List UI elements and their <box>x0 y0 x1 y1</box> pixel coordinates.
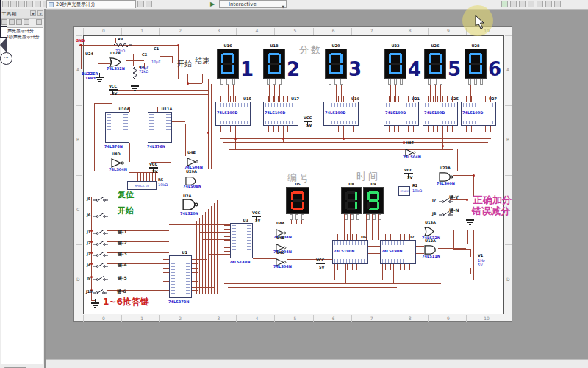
ruler-tick <box>351 315 352 322</box>
ruler-tick <box>76 175 82 176</box>
ruler-column-label: 5 <box>293 316 298 321</box>
ruler-column-label: 1 <box>139 28 145 33</box>
ruler-tick <box>83 28 84 35</box>
ruler-column-label: 10 <box>484 316 490 321</box>
ruler-column-label: 5 <box>293 28 298 33</box>
ruler-tick <box>313 315 314 322</box>
score-section-title: 分数 <box>299 43 323 57</box>
toolbox-title: 工具箱 <box>1 10 17 18</box>
ruler-tick <box>505 244 512 245</box>
ruler-tick <box>83 315 84 322</box>
ruler-column-label: 9 <box>445 28 451 33</box>
probe-icon[interactable] <box>146 1 152 7</box>
panel-minimize-button[interactable]: ▾ <box>30 10 36 16</box>
toolbox-panel: 工具箱 ▾ × 秒声光显示计分 20秒声光显示计分 <box>0 9 46 368</box>
ruler-tick <box>76 244 82 245</box>
stop-icon[interactable] <box>519 1 526 7</box>
ruler-tick <box>198 315 198 322</box>
schematic-doc-icon <box>49 2 54 7</box>
ruler-row-label: D <box>76 277 80 282</box>
ruler-column-label: 7 <box>369 316 375 321</box>
ruler-tick <box>76 105 82 106</box>
design-tree-item[interactable]: 20秒声光显示计分 <box>1 34 43 40</box>
ruler-tick <box>428 315 429 322</box>
instrument-icon[interactable] <box>528 1 534 7</box>
chevron-down-icon: ▼ <box>282 3 284 11</box>
settings-icon[interactable] <box>545 1 552 7</box>
ruler-column-label: 3 <box>215 316 221 321</box>
new-item-icon[interactable] <box>9 19 15 25</box>
ruler-column-label: 6 <box>331 316 337 321</box>
ruler-tick <box>121 315 122 322</box>
ruler-tick <box>351 28 352 35</box>
search-icon[interactable] <box>36 19 42 25</box>
ruler-tick <box>198 28 198 35</box>
active-document-tab-label: 20秒声光显示计分 <box>56 1 96 7</box>
ruler-tick <box>313 28 314 35</box>
ruler-column-label: 0 <box>101 316 107 321</box>
save-icon[interactable] <box>18 1 25 7</box>
ruler-tick <box>236 315 237 322</box>
ruler-column-label: 6 <box>331 28 337 33</box>
refresh-icon[interactable] <box>24 19 29 25</box>
ruler-column-label: 7 <box>369 28 375 33</box>
ruler-row-label: A <box>506 67 509 72</box>
ruler-row-label: B <box>76 137 79 142</box>
design-tree-item[interactable]: 秒声光显示计分 <box>1 28 43 34</box>
ruler-tick <box>505 35 512 36</box>
ruler-tick <box>159 28 160 35</box>
mouse-cursor <box>475 15 485 29</box>
ruler-tick <box>76 35 82 36</box>
ruler-column-label: 4 <box>254 316 259 321</box>
active-document-tab[interactable]: 20秒声光显示计分 <box>46 0 136 8</box>
ruler-column-label: 9 <box>445 316 451 321</box>
new-icon[interactable] <box>2 1 9 7</box>
ruler-row-label: C <box>506 207 509 212</box>
ruler-column-label: 1 <box>139 316 145 321</box>
ruler-tick <box>274 315 275 322</box>
ruler-column-label: 8 <box>407 28 413 33</box>
ruler-tick <box>505 175 512 176</box>
design-tree: 秒声光显示计分 20秒声光显示计分 <box>1 27 43 364</box>
document-tab-bar <box>46 359 588 368</box>
place-part-icon[interactable] <box>137 1 144 7</box>
ruler-tick <box>390 315 390 322</box>
id-section-title: 编号 <box>287 171 311 185</box>
ruler-tick <box>428 28 429 35</box>
toolbox-toolbar <box>0 18 44 26</box>
ruler-column-label: 3 <box>215 28 221 33</box>
ruler-column-label: 2 <box>177 316 183 321</box>
time-section-title: 时间 <box>356 170 380 183</box>
ruler-tick <box>159 315 160 322</box>
help-icon[interactable] <box>554 1 561 7</box>
hierarchy-icon[interactable] <box>1 19 7 25</box>
ruler-tick <box>274 28 275 35</box>
cut-icon[interactable] <box>35 1 41 7</box>
print-icon[interactable] <box>26 1 33 7</box>
ruler-column-label: 4 <box>254 28 259 33</box>
ruler-row-label: A <box>76 67 79 72</box>
ruler-column-label: 2 <box>177 28 183 33</box>
ruler-column-label: 8 <box>407 316 413 321</box>
simulation-profile-dropdown[interactable]: Interactive ▼ <box>219 0 287 8</box>
ruler-row-label: C <box>76 207 79 212</box>
toolbox-header: 工具箱 ▾ × <box>0 9 44 19</box>
open-icon[interactable] <box>10 1 17 7</box>
ruler-column-label: 0 <box>101 28 107 33</box>
simulate-run-icon[interactable]: ▶ <box>210 1 215 8</box>
panel-close-button[interactable]: × <box>37 10 43 16</box>
ruler-tick <box>121 28 122 35</box>
simulation-profile-label: Interactive <box>229 1 257 7</box>
ruler-tick <box>466 315 467 322</box>
ruler-tick <box>505 105 512 106</box>
ruler-row-label: D <box>506 277 510 282</box>
pause-icon[interactable] <box>510 1 517 7</box>
open-item-icon[interactable] <box>16 19 22 25</box>
run-icon[interactable] <box>501 1 508 7</box>
analyses-icon[interactable] <box>537 1 543 7</box>
ruler-tick <box>236 28 237 35</box>
ruler-tick <box>390 28 390 35</box>
ruler-row-label: B <box>506 137 509 142</box>
